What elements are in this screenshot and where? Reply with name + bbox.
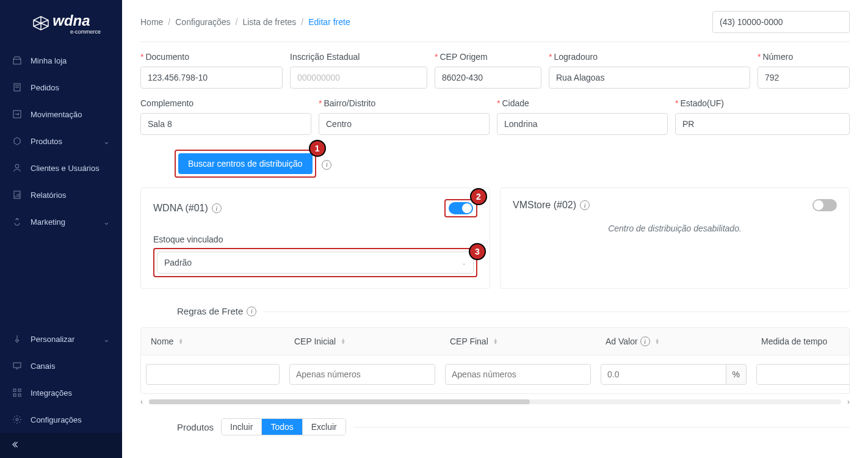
scroll-thumb[interactable] xyxy=(149,399,530,404)
orders-icon xyxy=(12,82,22,92)
regras-title: Regras de Frete i xyxy=(140,306,264,316)
nav-personalizar[interactable]: Personalizar ⌄ xyxy=(0,325,122,352)
radio-incluir[interactable]: Incluir xyxy=(222,419,262,435)
marketing-icon xyxy=(12,217,22,227)
logradouro-input[interactable] xyxy=(549,67,750,89)
sort-icon: ▲▼ xyxy=(341,338,345,344)
uf-input[interactable] xyxy=(675,113,850,135)
ie-input[interactable] xyxy=(290,67,427,89)
breadcrumb-item[interactable]: Lista de fretes xyxy=(242,17,296,27)
filter-cep-final-input[interactable] xyxy=(445,364,591,385)
sidebar-collapse-button[interactable] xyxy=(0,433,122,458)
cep-origem-input[interactable] xyxy=(435,67,541,89)
col-medida[interactable]: Medida de tempo xyxy=(751,328,850,355)
col-cep-inicial[interactable]: CEP Inicial ▲▼ xyxy=(284,328,440,355)
produtos-title: Produtos Incluir Todos Excluir xyxy=(140,418,353,435)
filter-cep-inicial-input[interactable] xyxy=(289,364,435,385)
form-row-1: *Documento Inscrição Estadual *CEP Orige… xyxy=(140,52,850,89)
distribution-centers: WDNA (#01) i 2 Estoque vinculado Padrão … xyxy=(140,187,850,289)
radio-todos[interactable]: Todos xyxy=(262,419,302,435)
filter-nome-input[interactable] xyxy=(146,364,280,385)
breadcrumb-item[interactable]: Configurações xyxy=(175,17,230,27)
chevron-down-icon: ⌄ xyxy=(461,260,466,266)
breadcrumb: Home / Configurações / Lista de fretes /… xyxy=(140,17,350,27)
buscar-centros-button[interactable]: Buscar centros de distribuição xyxy=(178,153,313,174)
annotation-marker-2: 2 xyxy=(470,188,487,205)
nav-label: Clientes e Usuários xyxy=(31,164,99,173)
breadcrumb-separator: / xyxy=(168,17,170,27)
svg-point-5 xyxy=(15,164,19,168)
col-cep-final[interactable]: CEP Final ▲▼ xyxy=(440,328,596,355)
complemento-input[interactable] xyxy=(140,113,311,135)
nav-canais[interactable]: Canais xyxy=(0,352,122,379)
phone-field-wrap xyxy=(712,11,850,33)
regras-table: Nome ▲▼ CEP Inicial ▲▼ CEP Final ▲▼ Ad V… xyxy=(140,327,850,394)
table-header: Nome ▲▼ CEP Inicial ▲▼ CEP Final ▲▼ Ad V… xyxy=(141,328,850,355)
annotation-marker-3: 3 xyxy=(469,243,486,260)
nav-produtos[interactable]: Produtos ⌄ xyxy=(0,128,122,154)
store-icon xyxy=(12,56,22,65)
scroll-right-arrow[interactable]: › xyxy=(847,398,850,406)
dist-disabled-msg: Centro de distribuição desabilitado. xyxy=(513,211,837,245)
nav-pedidos[interactable]: Pedidos xyxy=(0,74,122,101)
toggle-wdna[interactable] xyxy=(449,202,473,214)
collapse-icon xyxy=(12,440,21,449)
radio-excluir[interactable]: Excluir xyxy=(303,419,345,435)
horizontal-scrollbar[interactable]: ‹ › xyxy=(140,398,850,406)
top-row: Home / Configurações / Lista de fretes /… xyxy=(140,0,850,42)
svg-rect-0 xyxy=(13,59,21,64)
info-icon[interactable]: i xyxy=(247,307,256,316)
info-icon[interactable]: i xyxy=(212,203,222,213)
info-icon[interactable]: i xyxy=(640,336,650,346)
reports-icon xyxy=(12,190,22,200)
breadcrumb-item[interactable]: Home xyxy=(140,17,163,27)
col-ad-valor[interactable]: Ad Valor i ▲▼ xyxy=(596,328,751,355)
estoque-select[interactable]: Padrão ⌄ xyxy=(157,252,474,274)
phone-input[interactable] xyxy=(712,11,850,33)
chevron-down-icon: ⌄ xyxy=(103,217,110,227)
sidebar: wdna e-commerce Minha loja Pedidos Movim… xyxy=(0,0,122,458)
filter-medida-input[interactable] xyxy=(756,364,850,385)
regras-header: Regras de Frete i xyxy=(140,306,850,316)
table-filter-row: % xyxy=(141,355,850,393)
uf-label: *Estado(UF) xyxy=(675,98,850,108)
nav-movimentacao[interactable]: Movimentação xyxy=(0,101,122,128)
channels-icon xyxy=(12,361,22,371)
nav-relatorios[interactable]: Relatórios xyxy=(0,181,122,208)
highlight-marker-2: 2 xyxy=(444,199,477,217)
annotation-marker-1: 1 xyxy=(309,140,326,157)
nav-marketing[interactable]: Marketing ⌄ xyxy=(0,208,122,235)
nav-label: Personalizar xyxy=(31,335,74,344)
nav-minha-loja[interactable]: Minha loja xyxy=(0,47,122,74)
documento-input[interactable] xyxy=(140,67,283,89)
settings-icon xyxy=(12,415,22,424)
products-icon xyxy=(12,136,22,146)
produtos-header: Produtos Incluir Todos Excluir xyxy=(140,418,850,435)
cidade-input[interactable] xyxy=(497,113,668,135)
integrations-icon xyxy=(12,388,22,398)
toggle-vmstore[interactable] xyxy=(812,199,837,211)
nav-integracoes[interactable]: Integrações xyxy=(0,379,122,406)
complemento-label: Complemento xyxy=(140,98,311,108)
buscar-section: Buscar centros de distribuição 1 i xyxy=(175,150,331,178)
nav-clientes[interactable]: Clientes e Usuários xyxy=(0,154,122,181)
svg-rect-13 xyxy=(18,389,21,391)
col-nome[interactable]: Nome ▲▼ xyxy=(141,328,284,355)
nav-label: Movimentação xyxy=(31,110,82,119)
nav-configuracoes[interactable]: Configurações xyxy=(0,406,122,433)
cep-origem-label: *CEP Origem xyxy=(435,52,541,62)
scroll-left-arrow[interactable]: ‹ xyxy=(140,398,143,406)
movement-icon xyxy=(12,109,22,119)
brand-name: wdna xyxy=(52,12,90,29)
dist-card-wdna: WDNA (#01) i 2 Estoque vinculado Padrão … xyxy=(140,187,490,289)
brand-subtitle: e-commerce xyxy=(9,29,113,35)
info-icon[interactable]: i xyxy=(322,160,331,170)
bairro-input[interactable] xyxy=(319,113,490,135)
filter-ad-valor-input[interactable] xyxy=(601,364,726,385)
highlight-marker-3: Padrão ⌄ 3 xyxy=(153,248,477,277)
info-icon[interactable]: i xyxy=(580,200,590,210)
scroll-track[interactable] xyxy=(149,399,841,404)
sort-icon: ▲▼ xyxy=(178,338,183,344)
nav-label: Canais xyxy=(31,362,55,371)
numero-input[interactable] xyxy=(758,67,850,89)
